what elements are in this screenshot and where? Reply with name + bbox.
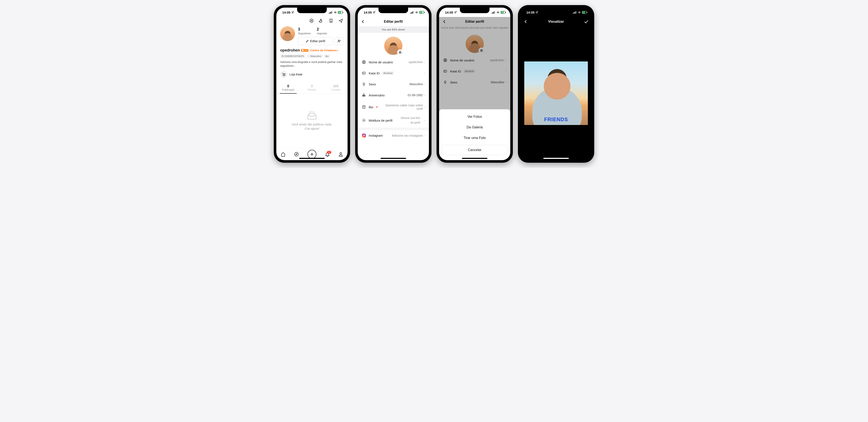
home-indicator[interactable] [462,158,487,159]
svg-rect-13 [410,13,411,13]
cellular-icon [492,11,495,13]
confirm-button[interactable] [584,19,589,24]
svg-rect-15 [412,11,413,13]
nav-profile[interactable] [338,152,343,157]
svg-rect-45 [574,12,575,13]
svg-rect-32 [493,12,493,13]
svg-rect-3 [332,11,333,13]
svg-point-29 [364,135,364,136]
preview-photo: FRIENDS [524,61,588,125]
home-indicator[interactable] [381,158,406,159]
avatar-edit[interactable] [358,33,429,57]
note-icon [362,105,366,109]
home-indicator[interactable] [544,158,569,159]
chevron-right-icon: › [424,71,425,75]
bio-hint[interactable]: Adicione uma biografia e você poderá gan… [276,58,347,68]
svg-rect-0 [329,13,330,13]
sheet-view-photos[interactable]: Ver Fotos [442,111,507,122]
svg-rect-2 [331,11,332,13]
row-username[interactable]: Nome de usuário opedrohen› [358,57,429,68]
pointer-icon[interactable] [319,18,324,23]
svg-rect-50 [587,12,587,13]
row-bio[interactable]: Bio Queremos saber mais sobre você› [358,101,429,113]
empty-state: Você ainda não publicou nada. Crie agora… [276,94,347,148]
phone-preview: 14:05 Visualizar FRIENDS [518,5,594,163]
cellular-icon [573,11,577,13]
wifi-icon [578,11,581,13]
status-time: 14:05 [282,10,290,14]
gender-tag: ♂ Masculino [307,54,323,58]
gender-icon [362,82,366,86]
phone-photo-sheet: 14:05 Editar perfil encha suas informaçõ… [437,5,513,163]
svg-point-21 [400,52,401,53]
edit-profile-button[interactable]: Editar perfil [298,37,333,45]
camera-icon [399,51,402,54]
svg-rect-16 [413,11,414,13]
creators-center-link[interactable]: Centro de Criadores › [310,49,339,52]
share-icon[interactable] [338,18,343,23]
battery-icon [338,11,343,14]
shop-hex-icon[interactable] [309,18,314,23]
cart-icon [282,72,286,76]
svg-rect-14 [411,12,412,13]
row-instagram[interactable]: Instagram Adicione seu Instagram› [358,130,429,141]
avatar[interactable] [280,26,295,41]
nav-notifications[interactable]: 8 [325,152,330,157]
camera-badge [397,50,403,55]
chevron-right-icon: › [294,64,295,67]
update-pill: Atualizar [382,71,394,75]
tab-private[interactable]: 0 Privado [300,83,324,93]
back-button[interactable] [523,19,528,24]
svg-point-11 [294,152,299,156]
svg-point-9 [283,75,283,76]
level-badge: ⬢ LV1 [301,49,308,52]
svg-rect-47 [576,11,577,13]
followers-stat[interactable]: 3 Seguidores [298,27,311,35]
cake-icon [362,93,366,97]
svg-point-23 [364,61,365,62]
zodiac-tag: leo [324,54,330,58]
bookmark-icon[interactable] [329,18,334,23]
svg-rect-34 [495,11,495,13]
preview-area[interactable]: FRIENDS [521,26,592,160]
sheet-from-gallery[interactable]: Da Galeria [442,122,507,133]
chevron-right-icon: › [424,105,425,109]
following-stat[interactable]: 2 seguindo [317,27,327,35]
battery-icon [500,11,506,14]
tab-posts[interactable]: 0 Publicação [276,83,300,93]
svg-point-10 [284,75,285,76]
phone-edit-profile: 14:05 Editar perfil You are 83% done! [355,5,431,163]
action-sheet: Ver Fotos Da Galeria Tirar uma Foto Canc… [439,109,510,160]
chevron-right-icon: › [424,60,425,64]
page-title: Visualizar [548,20,564,24]
profile-icon [338,152,343,157]
row-frame[interactable]: Moldura de perfil Decore sua foto de per… [358,113,429,128]
pencil-icon [306,39,309,43]
svg-rect-37 [505,12,506,13]
nav-home[interactable] [281,152,286,157]
svg-point-7 [311,20,312,21]
id-icon [362,71,366,75]
row-birthday[interactable]: Aniversário 01-08-1992› [358,90,429,101]
sheet-cancel[interactable]: Cancelar [442,145,507,155]
tab-likes[interactable]: 169 Curtidas [324,83,347,93]
completion-banner: You are 83% done! [358,26,429,33]
row-kwai-id[interactable]: Kwai ID Atualizar › [358,68,429,78]
row-gender[interactable]: Sexo Masculino› [358,78,429,90]
nav-discover[interactable] [294,152,299,157]
nav-create[interactable] [308,150,316,159]
svg-rect-31 [492,13,492,13]
sheet-take-photo[interactable]: Tirar uma Foto [442,133,507,143]
home-indicator[interactable] [299,158,324,159]
user-circle-icon [362,60,366,64]
wifi-icon [496,11,500,13]
add-friend-button[interactable] [334,37,344,45]
location-arrow-icon [373,11,375,14]
battery-icon [582,11,587,14]
svg-rect-1 [330,12,331,13]
back-button[interactable] [361,19,365,24]
wifi-icon [415,11,418,13]
store-link[interactable]: Loja Kwai [276,68,347,78]
home-icon [281,152,286,157]
chevron-right-icon: › [424,93,425,97]
